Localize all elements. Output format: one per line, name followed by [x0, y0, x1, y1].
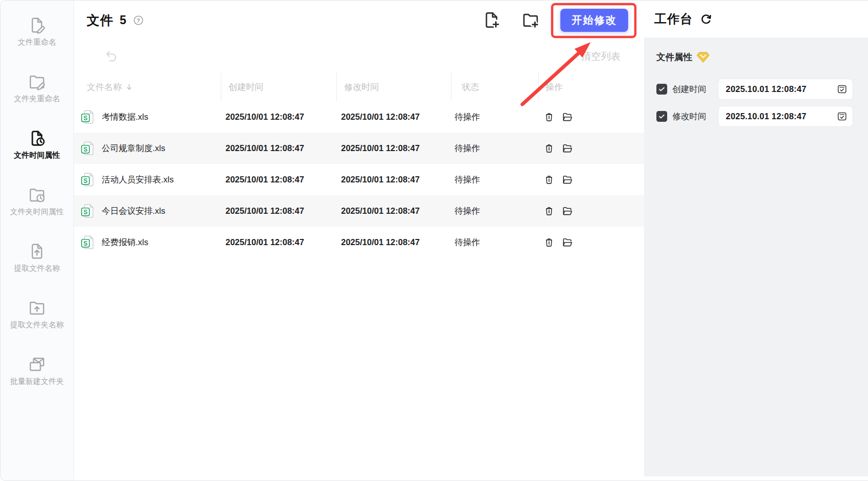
open-folder-button[interactable] [561, 111, 573, 123]
sidebar-item-file-time[interactable]: 文件时间属性 [1, 129, 73, 163]
file-table: 文件名称 创建时间 修改时间 状态 操作 S 考情数据.xls 2025/1 [74, 72, 644, 258]
add-folder-icon [521, 11, 540, 29]
operations-cell [538, 205, 644, 217]
table-header-row: 文件名称 创建时间 修改时间 状态 操作 [74, 72, 644, 101]
column-header-status: 状态 [451, 72, 538, 101]
sidebar-item-label: 提取文件夹名称 [10, 320, 64, 330]
operations-cell [538, 236, 644, 248]
check-icon [658, 85, 666, 93]
vip-badge-icon [696, 51, 710, 63]
created-time-cell: 2025/10/01 12:08:47 [221, 206, 336, 216]
sidebar-item-file-rename[interactable]: 文件重命名 [1, 16, 73, 50]
delete-row-button[interactable] [543, 206, 555, 217]
delete-row-button[interactable] [543, 174, 555, 186]
table-row: S 考情数据.xls 2025/10/01 12:08:47 2025/10/0… [74, 101, 644, 133]
created-time-cell: 2025/10/01 12:08:47 [221, 237, 336, 247]
modified-time-input[interactable]: 2025.10.01 12:08:47 [718, 106, 853, 127]
modified-time-checkbox[interactable] [656, 111, 667, 122]
status-cell: 待操作 [451, 237, 538, 248]
open-folder-button[interactable] [561, 174, 573, 186]
sort-desc-icon [125, 83, 134, 91]
check-icon [658, 113, 666, 120]
table-row: S 今日会议安排.xls 2025/10/01 12:08:47 2025/10… [74, 195, 644, 227]
sidebar-item-extract-file-name[interactable]: 提取文件名称 [1, 242, 73, 276]
clear-list-button[interactable]: 清空列表 [581, 50, 620, 63]
main-panel: 文件 5 ? [74, 1, 644, 480]
delete-row-button[interactable] [543, 237, 555, 248]
section-title-file-attributes: 文件属性 [656, 51, 692, 63]
svg-text:S: S [83, 146, 87, 153]
open-folder-button[interactable] [561, 142, 573, 154]
workbench-header: 工作台 [644, 1, 868, 38]
excel-file-icon: S [80, 203, 96, 219]
file-rename-icon [28, 16, 46, 34]
modified-time-field-row: 修改时间 2025.10.01 12:08:47 [656, 106, 868, 127]
workbench-panel: 工作台 文件属性 创建时间 [644, 1, 868, 480]
file-name-text: 考情数据.xls [102, 112, 148, 123]
open-folder-button[interactable] [561, 236, 573, 248]
add-folder-button[interactable] [521, 11, 540, 29]
excel-file-icon: S [80, 140, 96, 156]
undo-button[interactable] [103, 48, 119, 65]
file-name-cell: S 今日会议安排.xls [74, 203, 221, 219]
sidebar-item-label: 文件重命名 [18, 37, 56, 47]
created-time-checkbox[interactable] [656, 84, 667, 95]
created-time-label: 创建时间 [672, 84, 710, 95]
modified-time-cell: 2025/10/01 12:08:47 [336, 112, 451, 122]
help-icon[interactable]: ? [133, 14, 144, 26]
calendar-check-icon[interactable] [836, 110, 848, 122]
file-name-text: 今日会议安排.xls [102, 206, 165, 217]
open-folder-icon [561, 142, 573, 154]
sidebar-item-batch-new-folder[interactable]: 批量新建文件夹 [1, 355, 73, 389]
operations-cell [538, 111, 644, 123]
open-folder-icon [561, 236, 573, 248]
calendar-check-icon[interactable] [836, 83, 848, 95]
delete-row-button[interactable] [543, 112, 555, 123]
column-header-file-name[interactable]: 文件名称 [74, 72, 221, 101]
status-cell: 待操作 [451, 206, 538, 217]
status-cell: 待操作 [451, 112, 538, 123]
table-row: S 活动人员安排表.xls 2025/10/01 12:08:47 2025/1… [74, 164, 644, 195]
column-header-operations: 操作 [538, 72, 644, 101]
file-name-cell: S 活动人员安排表.xls [74, 172, 221, 188]
folder-time-icon [28, 186, 46, 204]
workbench-title: 工作台 [654, 11, 693, 27]
file-name-text: 公司规章制度.xls [102, 143, 165, 154]
modified-time-cell: 2025/10/01 12:08:47 [336, 143, 451, 153]
created-time-value: 2025.10.01 12:08:47 [726, 84, 806, 94]
created-time-cell: 2025/10/01 12:08:47 [221, 143, 336, 153]
sidebar-item-extract-folder-name[interactable]: 提取文件夹名称 [1, 299, 73, 332]
batch-new-folder-icon [28, 355, 46, 374]
modified-time-cell: 2025/10/01 12:08:47 [336, 175, 451, 184]
sidebar-item-folder-time[interactable]: 文件夹时间属性 [1, 186, 73, 219]
file-name-cell: S 经费报销.xls [74, 234, 221, 250]
refresh-icon[interactable] [699, 12, 713, 26]
sidebar-item-label: 批量新建文件夹 [10, 376, 64, 386]
svg-text:S: S [83, 177, 87, 184]
created-time-input[interactable]: 2025.10.01 12:08:47 [718, 79, 853, 100]
open-folder-icon [561, 174, 573, 186]
open-folder-button[interactable] [561, 205, 573, 217]
created-time-cell: 2025/10/01 12:08:47 [221, 175, 336, 184]
start-modify-button[interactable]: 开始修改 [560, 9, 628, 32]
operations-cell [538, 174, 644, 186]
modified-time-value: 2025.10.01 12:08:47 [726, 112, 806, 121]
svg-text:S: S [83, 115, 87, 122]
created-time-field-row: 创建时间 2025.10.01 12:08:47 [656, 79, 868, 100]
add-file-button[interactable] [482, 11, 501, 29]
operations-cell [538, 142, 644, 154]
excel-file-icon: S [80, 172, 96, 188]
sidebar-item-folder-rename[interactable]: 文件夹重命名 [1, 72, 73, 106]
undo-icon [103, 48, 119, 64]
table-row: S 公司规章制度.xls 2025/10/01 12:08:47 2025/10… [74, 133, 644, 164]
excel-file-icon: S [80, 109, 96, 125]
sidebar-item-label: 提取文件名称 [14, 263, 60, 273]
status-cell: 待操作 [451, 143, 538, 154]
delete-row-button[interactable] [543, 143, 555, 154]
modified-time-cell: 2025/10/01 12:08:47 [336, 237, 451, 247]
page-title: 文件 [87, 12, 114, 29]
extract-folder-name-icon [28, 299, 46, 317]
svg-text:S: S [83, 240, 87, 247]
column-header-created: 创建时间 [221, 72, 336, 101]
open-folder-icon [561, 111, 573, 123]
